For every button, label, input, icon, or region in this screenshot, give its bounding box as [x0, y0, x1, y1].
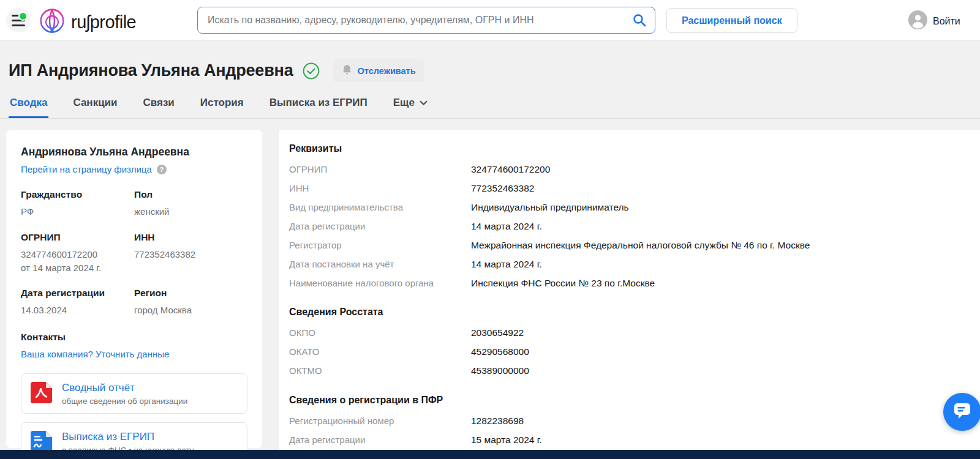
row-label: ОКПО [289, 327, 442, 340]
detail-row: Дата регистрации 15 марта 2024 г. [289, 434, 968, 447]
summary-report-button[interactable]: Сводный отчёт общие сведения об организа… [21, 373, 247, 414]
field-gender: Пол женский [134, 189, 247, 218]
row-label: Дата постановки на учёт [289, 258, 442, 271]
detail-row: Дата постановки на учёт 14 марта 2024 г. [289, 258, 968, 271]
row-value: Индивидуальный предприниматель [471, 201, 629, 214]
section-title-pfr: Сведения о регистрации в ПФР [289, 395, 968, 406]
tab-label: Выписка из ЕГРИП [270, 97, 368, 109]
row-value: 2030654922 [471, 327, 524, 340]
row-label: Дата регистрации [289, 434, 442, 447]
tab-svodka[interactable]: Сводка [9, 94, 48, 118]
tab-sanktsii[interactable]: Санкции [72, 94, 118, 118]
notification-dot [18, 12, 28, 21]
details-panel: Реквизиты ОГРНИП 324774600172200 ИНН 772… [279, 130, 980, 459]
track-button[interactable]: Отслеживать [333, 59, 424, 82]
field-extra: от 14 марта 2024 г. [21, 261, 134, 275]
field-value: 324774600172200 [21, 248, 134, 261]
row-label: ИНН [289, 182, 442, 195]
row-label: ОКАТО [289, 346, 442, 359]
profile-card: Андриянова Ульяна Андреевна Перейти на с… [6, 130, 262, 448]
detail-row: ОКПО 2030654922 [289, 327, 968, 340]
row-value: Межрайонная инспекция Федеральной налого… [471, 239, 810, 252]
field-label: Пол [134, 189, 247, 200]
verified-check-icon [303, 62, 320, 80]
field-value: город Москва [134, 304, 247, 317]
section-title-rekvizity: Реквизиты [289, 143, 968, 154]
search-bar [197, 7, 655, 34]
row-label: ОГРНИП [289, 163, 442, 176]
chat-button[interactable] [943, 393, 980, 431]
field-inn: ИНН 772352463382 [134, 232, 247, 275]
tab-vypiska-egrip[interactable]: Выписка из ЕГРИП [268, 94, 369, 118]
tab-istoriya[interactable]: История [199, 94, 245, 118]
logo-text: ruʃprofile [71, 12, 136, 32]
search-icon[interactable] [632, 13, 647, 30]
help-icon[interactable]: ? [157, 165, 167, 174]
field-label: Дата регистрации [21, 288, 134, 299]
menu-bar [12, 24, 25, 26]
field-label: ОГРНИП [21, 232, 134, 243]
tab-label: Связи [143, 97, 175, 109]
row-label: Регистратор [289, 239, 442, 252]
field-value: женский [134, 205, 247, 218]
row-value: 324774600172200 [471, 163, 550, 176]
chat-bubble-icon [953, 402, 971, 422]
tab-label: Еще [393, 97, 415, 109]
search-input[interactable] [197, 7, 655, 34]
row-label: Регистрационный номер [289, 415, 442, 428]
detail-row: Наименование налогового органа Инспекция… [289, 277, 968, 290]
row-label: Наименование налогового органа [289, 277, 442, 290]
report-subtitle: общие сведения об организации [62, 397, 187, 406]
profile-fields: Гражданство РФ Пол женский ОГРНИП 324774… [21, 189, 247, 317]
advanced-search-button[interactable]: Расширенный поиск [666, 8, 797, 33]
tab-label: Санкции [73, 97, 117, 109]
menu-icon[interactable] [6, 8, 31, 32]
tab-more[interactable]: Еще [392, 94, 429, 118]
login-button[interactable]: Войти [908, 10, 960, 32]
field-value: РФ [21, 205, 134, 218]
person-page-link[interactable]: Перейти на страницу физлица [21, 164, 152, 174]
contacts-heading: Контакты [21, 332, 247, 343]
rusprofile-logo[interactable]: ruʃprofile [39, 8, 136, 36]
field-label: ИНН [134, 232, 247, 243]
update-data-link[interactable]: Ваша компания? Уточнить данные [21, 349, 169, 359]
row-label: Дата регистрации [289, 220, 442, 233]
page-title: ИП Андриянова Ульяна Андреевна [9, 61, 293, 80]
bottom-bar [0, 450, 980, 459]
field-reg-date: Дата регистрации 14.03.2024 [21, 288, 134, 317]
row-value: 45290568000 [471, 346, 529, 359]
field-label: Регион [134, 288, 247, 299]
logo-mark-icon [39, 8, 65, 36]
bell-icon [342, 64, 352, 77]
row-value: Инспекция ФНС России № 23 по г.Москве [471, 277, 655, 290]
row-value: 14 марта 2024 г. [471, 258, 542, 271]
row-value: 14 марта 2024 г. [471, 220, 542, 233]
detail-row: Вид предпринимательства Индивидуальный п… [289, 201, 968, 214]
field-citizenship: Гражданство РФ [21, 189, 134, 218]
tab-label: Сводка [10, 97, 47, 109]
tab-bar: Сводка Санкции Связи История Выписка из … [0, 94, 980, 119]
row-label: ОКТМО [289, 365, 442, 378]
pdf-icon [30, 381, 53, 406]
title-row: ИП Андриянова Ульяна Андреевна Отслежива… [9, 59, 980, 82]
track-label: Отслеживать [357, 66, 415, 76]
field-label: Гражданство [21, 189, 134, 200]
person-name: Андриянова Ульяна Андреевна [21, 146, 247, 159]
login-label: Войти [933, 16, 960, 27]
row-value: 772352463382 [471, 182, 534, 195]
detail-row: Дата регистрации 14 марта 2024 г. [289, 220, 968, 233]
row-value: 15 марта 2024 г. [471, 434, 542, 447]
report-title: Сводный отчёт [62, 382, 187, 394]
detail-row: Регистратор Межрайонная инспекция Федера… [289, 239, 968, 252]
detail-row: ОГРНИП 324774600172200 [289, 163, 968, 176]
top-header: ruʃprofile Расширенный поиск Войти [0, 0, 980, 41]
tab-svyazi[interactable]: Связи [142, 94, 176, 118]
row-value: 1282238698 [471, 415, 524, 428]
row-label: Вид предпринимательства [289, 201, 442, 214]
field-region: Регион город Москва [134, 288, 247, 317]
detail-row: Регистрационный номер 1282238698 [289, 415, 968, 428]
detail-row: ИНН 772352463382 [289, 182, 968, 195]
report-title: Выписка из ЕГРИП [62, 431, 194, 443]
field-value: 14.03.2024 [21, 304, 134, 317]
avatar-icon [908, 10, 927, 32]
